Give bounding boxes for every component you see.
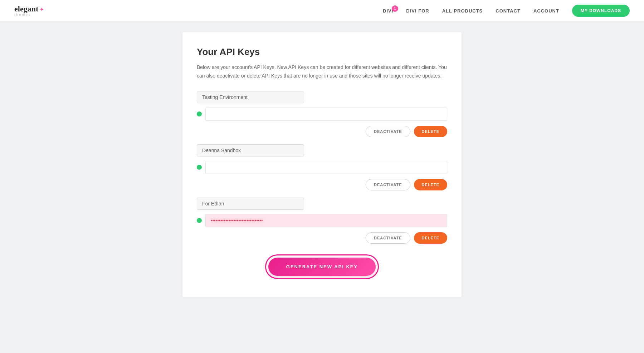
- page-wrapper: Your API Keys Below are your account's A…: [0, 21, 644, 318]
- action-row-1: DEACTIVATE DELETE: [197, 126, 447, 137]
- page-title: Your API Keys: [197, 46, 447, 58]
- site-header: elegant ✦ themes DIVI 1 DIVI FOR ALL PRO…: [0, 0, 644, 21]
- logo-star-icon: ✦: [39, 7, 44, 13]
- api-key-row-3: [197, 214, 447, 227]
- status-dot-active-2: [197, 165, 202, 170]
- deactivate-button-1[interactable]: DEACTIVATE: [366, 126, 410, 137]
- logo-sub: themes: [14, 13, 44, 16]
- api-key-value-2[interactable]: [205, 161, 447, 174]
- nav-item-divi[interactable]: DIVI 1: [383, 8, 393, 14]
- nav-item-divi-for[interactable]: DIVI FOR: [406, 8, 429, 14]
- nav-item-contact[interactable]: CONTACT: [496, 8, 521, 14]
- nav-item-all-products[interactable]: ALL PRODUCTS: [442, 8, 483, 14]
- page-description: Below are your account's API Keys. New A…: [197, 63, 447, 80]
- my-downloads-button[interactable]: MY DOWNLOADS: [572, 5, 630, 17]
- api-key-name-field-2[interactable]: [197, 144, 304, 156]
- generate-button-highlight: GENERATE NEW API KEY: [265, 254, 379, 279]
- api-key-value-3[interactable]: [205, 214, 447, 227]
- status-dot-active-3: [197, 218, 202, 223]
- deactivate-button-3[interactable]: DEACTIVATE: [366, 232, 410, 244]
- delete-button-1[interactable]: DELETE: [414, 126, 447, 137]
- api-key-entry-1: DEACTIVATE DELETE: [197, 91, 447, 137]
- api-key-entry-2: DEACTIVATE DELETE: [197, 144, 447, 190]
- logo-name: elegant: [14, 5, 38, 13]
- api-key-name-field-1[interactable]: [197, 91, 304, 103]
- action-row-3: DEACTIVATE DELETE: [197, 232, 447, 244]
- nav-item-account[interactable]: ACCOUNT: [533, 8, 559, 14]
- api-key-row-2: [197, 161, 447, 174]
- content-card: Your API Keys Below are your account's A…: [182, 32, 462, 297]
- generate-wrapper: GENERATE NEW API KEY: [197, 254, 447, 279]
- logo[interactable]: elegant ✦ themes: [14, 5, 44, 16]
- api-key-name-field-3[interactable]: [197, 198, 304, 210]
- deactivate-button-2[interactable]: DEACTIVATE: [366, 179, 410, 190]
- api-key-row-1: [197, 108, 447, 121]
- divi-badge: 1: [392, 5, 398, 12]
- status-dot-active-1: [197, 111, 202, 116]
- action-row-2: DEACTIVATE DELETE: [197, 179, 447, 190]
- api-key-entry-3: DEACTIVATE DELETE: [197, 198, 447, 244]
- delete-button-2[interactable]: DELETE: [414, 179, 447, 190]
- api-key-value-1[interactable]: [205, 108, 447, 121]
- main-nav: DIVI 1 DIVI FOR ALL PRODUCTS CONTACT ACC…: [383, 5, 630, 17]
- delete-button-3[interactable]: DELETE: [414, 232, 447, 244]
- generate-api-key-button[interactable]: GENERATE NEW API KEY: [268, 258, 376, 276]
